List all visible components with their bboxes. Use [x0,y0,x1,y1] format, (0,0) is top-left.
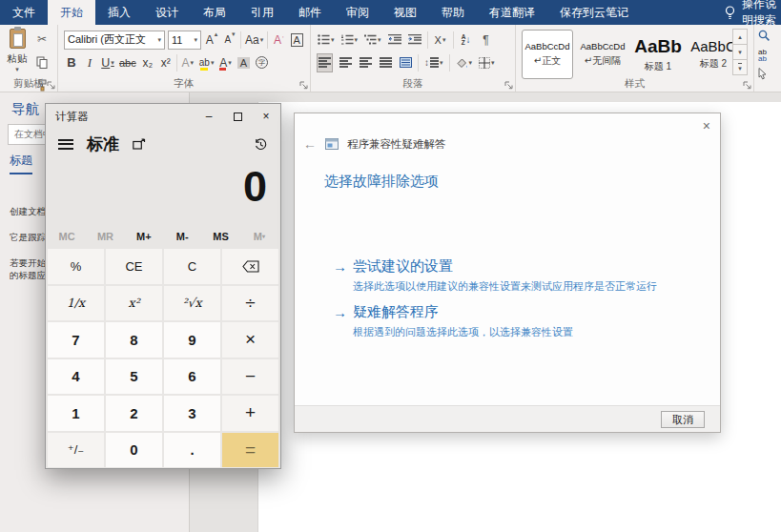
backspace-key[interactable] [222,249,278,284]
tab-save-to-cloud-notes[interactable]: 保存到云笔记 [547,0,641,25]
seven-key[interactable]: 7 [48,322,104,358]
asian-layout-button[interactable]: X▾ [433,31,448,50]
character-border-button[interactable]: A [289,31,304,50]
line-spacing-button[interactable]: ↕▾ [423,53,444,72]
five-key[interactable]: 5 [106,359,162,395]
back-arrow-icon[interactable]: ← [303,136,317,152]
find-button[interactable] [758,29,771,43]
clipboard-dialog-launcher-icon[interactable] [47,81,55,90]
nine-key[interactable]: 9 [164,322,220,358]
font-color-button[interactable]: A▾ [217,53,233,72]
grow-font-button[interactable]: A▴ [204,31,219,50]
shading-button[interactable]: ▾ [455,53,474,72]
multiply-key[interactable]: × [222,322,278,358]
tab-mailings[interactable]: 邮件 [286,0,334,25]
square-root-key[interactable]: ²√x [164,286,220,321]
add-key[interactable]: + [222,396,278,431]
option-troubleshoot-program[interactable]: → 疑难解答程序 根据遇到的问题选择此选项，以选择兼容性设置 [333,303,573,339]
copy-button[interactable] [34,52,50,72]
four-key[interactable]: 4 [48,359,104,395]
close-icon[interactable]: × [703,118,710,133]
style-normal[interactable]: AaBbCcDd ↵正文 [522,30,573,79]
paragraph-dialog-launcher-icon[interactable] [504,81,513,90]
font-name-select[interactable]: Calibri (西文正文▾ [64,31,165,50]
keep-on-top-icon[interactable] [133,138,146,150]
distribute-button[interactable] [398,53,413,72]
decrease-indent-button[interactable] [387,31,402,50]
justify-button[interactable] [378,53,393,72]
memory-add-button[interactable]: M+ [125,226,163,247]
decimal-key[interactable]: . [164,433,220,468]
tab-design[interactable]: 设计 [143,0,191,25]
font-size-select[interactable]: 11▾ [168,31,201,50]
minimize-button[interactable]: – [195,104,223,129]
maximize-button[interactable] [223,104,252,129]
tab-references[interactable]: 引用 [238,0,286,25]
subtract-key[interactable]: − [222,359,278,395]
history-icon[interactable] [254,137,268,152]
plus-minus-key[interactable]: ⁺/₋ [48,433,104,468]
one-key[interactable]: 1 [48,396,104,431]
nav-tab-headings[interactable]: 标题 [10,153,32,174]
tab-home[interactable]: 开始 [48,0,95,25]
tab-insert[interactable]: 插入 [95,0,143,25]
enclose-characters-button[interactable]: 字 [254,53,269,72]
memory-store-button[interactable]: MS [201,226,239,247]
styles-scroll-up-button[interactable]: ▴ [732,29,748,45]
divide-key[interactable]: ÷ [222,286,278,321]
option-try-recommended-settings[interactable]: → 尝试建议的设置 选择此选项以使用建议的兼容性设置来测试应用程序是否正常运行 [333,257,657,294]
borders-button[interactable]: ▾ [478,53,496,72]
align-left-button[interactable] [317,53,333,72]
style-heading-1[interactable]: AaBb 标题 1 [632,30,684,79]
phonetic-guide-button[interactable]: Aʼ [271,31,286,50]
styles-dialog-launcher-icon[interactable] [743,81,751,90]
subscript-button[interactable]: x₂ [140,53,155,72]
two-key[interactable]: 2 [106,396,162,431]
align-center-button[interactable] [338,53,353,72]
sort-button[interactable]: AZ↓ [459,31,474,50]
align-right-button[interactable] [358,53,373,72]
change-case-button[interactable]: Aa▾ [244,31,264,50]
style-no-spacing[interactable]: AaBbCcDd ↵无间隔 [577,30,628,79]
strikethrough-button[interactable]: abc [118,53,137,72]
equals-key[interactable]: = [222,433,278,468]
styles-scroll-down-button[interactable]: ▾ [732,44,748,60]
replace-button[interactable]: abab [758,48,771,62]
percent-key[interactable]: % [48,249,104,284]
zero-key[interactable]: 0 [106,433,162,468]
cut-button[interactable]: ✂ [34,30,50,49]
font-dialog-launcher-icon[interactable] [299,81,308,90]
paste-button[interactable]: 粘贴 ▾ [4,29,31,72]
shrink-font-button[interactable]: A▾ [222,31,237,50]
reciprocal-key[interactable]: 1/x [48,286,104,321]
memory-recall-button[interactable]: MR [86,226,124,247]
increase-indent-button[interactable] [407,31,422,50]
select-button[interactable] [758,67,771,81]
tab-help[interactable]: 帮助 [429,0,477,25]
styles-gallery-expand-button[interactable]: ▾ [732,59,748,75]
text-effects-button[interactable]: A▾ [180,53,195,72]
tab-view[interactable]: 视图 [381,0,429,25]
eight-key[interactable]: 8 [106,322,162,358]
memory-subtract-button[interactable]: M- [163,226,201,247]
underline-button[interactable]: U▾ [100,53,115,72]
memory-clear-button[interactable]: MC [48,226,86,247]
bullet-list-button[interactable]: ▾ [317,31,336,50]
tab-review[interactable]: 审阅 [334,0,381,25]
cancel-button[interactable]: 取消 [661,411,705,428]
style-heading-2[interactable]: AaBbC 标题 2 [688,30,739,79]
highlight-color-button[interactable]: ab▾ [198,53,216,72]
six-key[interactable]: 6 [164,359,220,395]
memory-flyout-button[interactable]: M▾ [240,226,278,247]
show-hide-marks-button[interactable]: ¶ [479,31,494,50]
multilevel-list-button[interactable]: ▾ [363,31,382,50]
numbered-list-button[interactable]: ▾ [340,31,360,50]
close-button[interactable]: × [252,104,280,129]
calculator-title-bar[interactable]: 计算器 – × [46,104,280,129]
clear-entry-key[interactable]: CE [106,249,162,284]
tell-me-search[interactable]: 操作说明搜索 [725,0,781,25]
tab-file[interactable]: 文件 [0,0,48,25]
tab-youdao-translate[interactable]: 有道翻译 [477,0,547,25]
hamburger-menu-icon[interactable] [58,139,73,150]
superscript-button[interactable]: x² [158,53,174,72]
